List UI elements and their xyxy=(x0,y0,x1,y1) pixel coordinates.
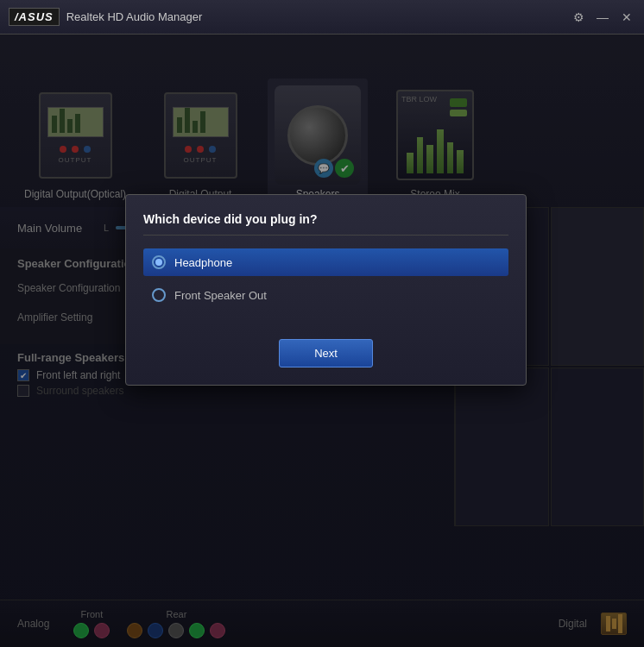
minimize-button[interactable]: — xyxy=(594,10,611,24)
device-selection-dialog: Which device did you plug in? Headphone … xyxy=(125,194,527,386)
dialog-footer: Next xyxy=(143,326,508,367)
app-logo-group: /ASUS Realtek HD Audio Manager xyxy=(9,8,202,26)
front-speaker-option[interactable]: Front Speaker Out xyxy=(143,281,508,309)
window-controls: ⚙ — ✕ xyxy=(570,10,635,24)
front-speaker-radio-icon xyxy=(152,288,166,302)
app-title: Realtek HD Audio Manager xyxy=(66,10,203,23)
dialog-title: Which device did you plug in? xyxy=(143,212,508,236)
settings-icon[interactable]: ⚙ xyxy=(570,10,587,24)
headphone-option[interactable]: Headphone xyxy=(143,248,508,276)
asus-logo: /ASUS xyxy=(9,8,60,26)
front-speaker-label: Front Speaker Out xyxy=(174,289,267,302)
close-button[interactable]: ✕ xyxy=(618,10,635,24)
app-main: OUTPUT Digital Output(Optical) xyxy=(0,35,644,647)
next-button[interactable]: Next xyxy=(279,339,373,367)
headphone-label: Headphone xyxy=(174,256,232,269)
headphone-radio-icon xyxy=(152,255,166,269)
title-bar: /ASUS Realtek HD Audio Manager ⚙ — ✕ xyxy=(0,0,644,35)
